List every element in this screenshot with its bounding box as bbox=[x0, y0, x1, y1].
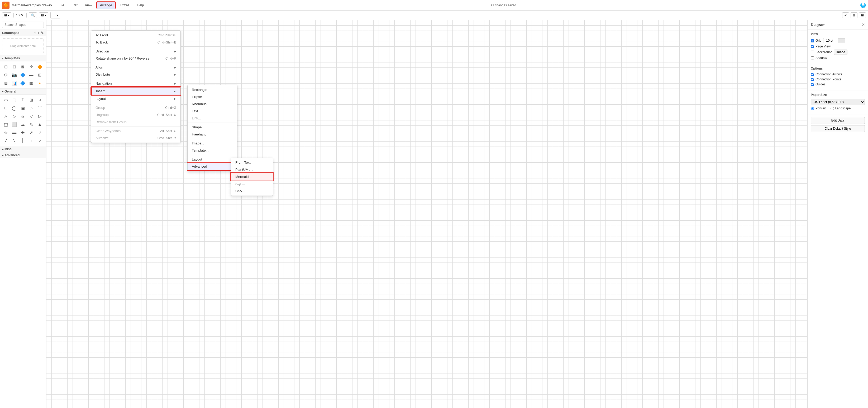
clear-default-style-btn[interactable]: Clear Default Style bbox=[811, 125, 865, 132]
insert-template[interactable]: Template... bbox=[188, 147, 237, 154]
insert-layout[interactable]: Layout ▸ bbox=[188, 156, 237, 163]
shape-table[interactable]: ⊞ bbox=[28, 96, 35, 104]
template-icon-11[interactable]: ⊠ bbox=[2, 79, 9, 87]
shape-plus[interactable]: ✚ bbox=[19, 129, 26, 136]
guides-label[interactable]: Guides bbox=[811, 82, 826, 86]
menu-view[interactable]: View bbox=[82, 2, 95, 8]
shape-cyl[interactable]: ⌀ bbox=[19, 112, 26, 120]
adv-plantuml[interactable]: PlantUML... bbox=[231, 166, 273, 173]
page-selector[interactable]: ⊞ ▾ bbox=[2, 12, 11, 18]
portrait-radio[interactable] bbox=[811, 107, 814, 110]
sidebar-toggle-btn[interactable]: ⊞ bbox=[859, 12, 866, 18]
insert-shape[interactable]: Shape... bbox=[188, 124, 237, 131]
template-icon-5[interactable]: 🔶 bbox=[36, 63, 43, 70]
template-icon-6[interactable]: ⚙ bbox=[2, 71, 9, 78]
shape-arrow2[interactable]: ⤢ bbox=[28, 129, 35, 136]
template-icon-4[interactable]: ✛ bbox=[28, 63, 35, 70]
template-icon-8[interactable]: 🔷 bbox=[19, 71, 26, 78]
template-icon-9[interactable]: ▬ bbox=[28, 71, 35, 78]
shape-rect2[interactable]: □ bbox=[2, 104, 9, 112]
template-icon-1[interactable]: ⊞ bbox=[2, 63, 9, 70]
template-icon-2[interactable]: ⊟ bbox=[10, 63, 18, 70]
canvas[interactable]: To Front Cmd+Shift+F To Back Cmd+Shift+B… bbox=[46, 20, 807, 408]
zoom-level[interactable]: 100% bbox=[13, 13, 27, 18]
guides-checkbox[interactable] bbox=[811, 83, 814, 86]
shape-sl2[interactable]: ╲ bbox=[10, 137, 18, 144]
template-icon-13[interactable]: 🔷 bbox=[19, 79, 26, 87]
page-view-checkbox[interactable] bbox=[811, 45, 814, 48]
template-icon-15[interactable]: 🔸 bbox=[36, 79, 43, 87]
shape-pen[interactable]: ✎ bbox=[28, 121, 35, 128]
question-icon[interactable]: ? bbox=[34, 31, 36, 35]
menu-align[interactable]: Align ▸ bbox=[91, 64, 181, 71]
edit-scratchpad-icon[interactable]: ✎ bbox=[41, 31, 44, 35]
add-btn[interactable]: ＋ ▾ bbox=[51, 12, 60, 19]
shape-arrow-r[interactable]: ▷ bbox=[10, 112, 18, 120]
shape-rounded[interactable]: ▢ bbox=[10, 96, 18, 104]
view-toggle[interactable]: ⊡ ▾ bbox=[39, 12, 48, 18]
shadow-checkbox[interactable] bbox=[811, 57, 814, 60]
menu-rotate[interactable]: Rotate shape only by 90° / Reverse Cmd+R bbox=[91, 55, 181, 62]
portrait-label[interactable]: Portrait bbox=[811, 106, 826, 110]
shape-text[interactable]: T bbox=[19, 96, 26, 104]
adv-sql[interactable]: SQL... bbox=[231, 180, 273, 188]
menu-navigation[interactable]: Navigation ▸ bbox=[91, 80, 181, 87]
general-header[interactable]: General bbox=[0, 88, 46, 95]
insert-freehand[interactable]: Freehand... bbox=[188, 131, 237, 138]
shape-sl[interactable]: ╱ bbox=[2, 137, 9, 144]
insert-image[interactable]: Image... bbox=[188, 140, 237, 147]
shape-callout-l[interactable]: ◁ bbox=[28, 112, 35, 120]
edit-data-btn[interactable]: Edit Data bbox=[811, 117, 865, 124]
insert-ellipse[interactable]: Ellipse bbox=[188, 93, 237, 100]
image-button[interactable]: Image bbox=[834, 49, 847, 55]
connection-points-checkbox[interactable] bbox=[811, 78, 814, 81]
insert-link[interactable]: Link... bbox=[188, 115, 237, 122]
background-checkbox-label[interactable]: Background bbox=[811, 50, 832, 54]
page-view-checkbox-label[interactable]: Page View bbox=[811, 44, 831, 48]
shape-circle[interactable]: ◯ bbox=[10, 104, 18, 112]
menu-direction[interactable]: Direction ▸ bbox=[91, 48, 181, 55]
adv-from-text[interactable]: From Text... bbox=[231, 159, 273, 166]
advanced-header[interactable]: Advanced bbox=[0, 152, 46, 158]
shape-arr4[interactable]: ↑ bbox=[28, 137, 35, 144]
shadow-checkbox-label[interactable]: Shadow bbox=[811, 56, 827, 60]
insert-rectangle[interactable]: Rectangle bbox=[188, 86, 237, 93]
search-input[interactable] bbox=[2, 22, 44, 28]
landscape-radio[interactable] bbox=[831, 107, 834, 110]
insert-advanced[interactable]: Advanced ▸ bbox=[188, 163, 237, 170]
shape-curve[interactable]: ⌒ bbox=[36, 104, 43, 112]
paper-size-select[interactable]: US-Letter (8,5" x 11") bbox=[811, 99, 865, 105]
grid-pt-input[interactable] bbox=[823, 38, 836, 43]
templates-header[interactable]: Templates bbox=[0, 55, 46, 61]
shape-note[interactable]: ⬚ bbox=[2, 121, 9, 128]
grid-color-swatch[interactable] bbox=[838, 38, 845, 43]
connection-points-label[interactable]: Connection Points bbox=[811, 77, 841, 81]
shape-card[interactable]: ▬ bbox=[10, 129, 18, 136]
panel-close-btn[interactable]: ✕ bbox=[861, 22, 865, 27]
background-checkbox[interactable] bbox=[811, 50, 814, 54]
template-icon-10[interactable]: ⊞ bbox=[36, 71, 43, 78]
grid-checkbox[interactable] bbox=[811, 39, 814, 42]
shape-tri[interactable]: △ bbox=[2, 112, 9, 120]
menu-layout[interactable]: Layout ▸ bbox=[91, 95, 181, 102]
template-icon-3[interactable]: ⊠ bbox=[19, 63, 26, 70]
adv-mermaid[interactable]: Mermaid... bbox=[231, 173, 273, 180]
menu-edit[interactable]: Edit bbox=[69, 2, 80, 8]
menu-arrange[interactable]: Arrange bbox=[97, 2, 115, 8]
menu-distribute[interactable]: Distribute ▸ bbox=[91, 71, 181, 78]
zoom-reset-btn[interactable]: 🔍 bbox=[29, 12, 37, 18]
shape-arr5[interactable]: ↗ bbox=[36, 137, 43, 144]
connection-arrows-label[interactable]: Connection Arrows bbox=[811, 72, 842, 76]
grid-checkbox-label[interactable]: Grid bbox=[811, 39, 822, 42]
menu-extras[interactable]: Extras bbox=[117, 2, 132, 8]
connection-arrows-checkbox[interactable] bbox=[811, 73, 814, 76]
insert-text[interactable]: Text bbox=[188, 107, 237, 115]
menu-help[interactable]: Help bbox=[134, 2, 147, 8]
panel-toggle-btn[interactable]: ⊟ bbox=[850, 12, 858, 18]
shape-rounded2[interactable]: ▣ bbox=[19, 104, 26, 112]
shape-diamond[interactable]: ◇ bbox=[28, 104, 35, 112]
template-icon-7[interactable]: 📷 bbox=[10, 71, 18, 78]
shape-cloud[interactable]: ☁ bbox=[19, 121, 26, 128]
insert-rhombus[interactable]: Rhombus bbox=[188, 100, 237, 107]
menu-file[interactable]: File bbox=[56, 2, 67, 8]
